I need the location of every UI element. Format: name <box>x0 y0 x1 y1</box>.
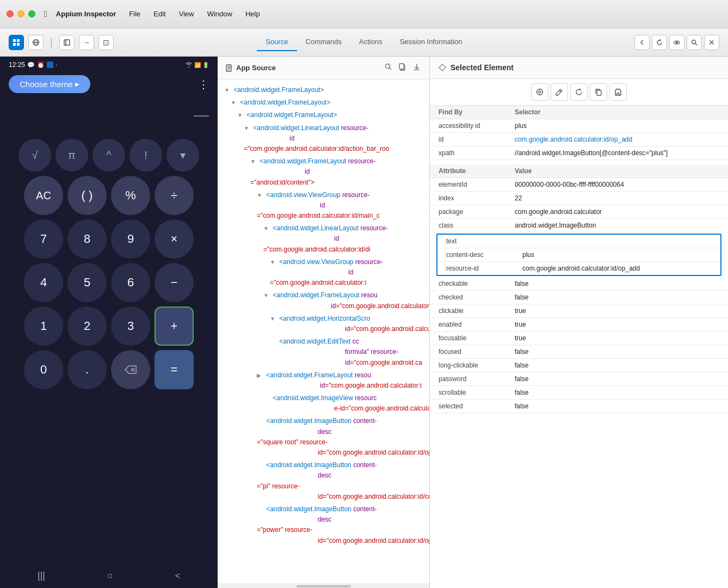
plus-button[interactable]: + <box>155 307 194 346</box>
tree-item[interactable]: ▼ <android.widget.LinearLayout resource-… <box>218 222 429 256</box>
menu-view[interactable]: View <box>177 9 196 19</box>
back-icon-btn[interactable] <box>634 35 650 50</box>
search-source-icon[interactable] <box>384 62 393 74</box>
choose-theme-button[interactable]: Choose theme <box>9 75 90 93</box>
ac-button[interactable]: AC <box>24 176 63 215</box>
eye-icon-btn[interactable] <box>669 35 684 50</box>
properties-scroll[interactable]: Find By Selector accessibility id plus i… <box>430 106 728 588</box>
nine-button[interactable]: 9 <box>111 219 150 259</box>
menu-help[interactable]: Help <box>243 9 262 19</box>
calc-row-4: 1 2 3 + <box>4 307 213 346</box>
inspector-icon-btn[interactable] <box>59 35 75 50</box>
sqrt-button[interactable]: √ <box>18 139 51 171</box>
dot-button[interactable]: . <box>67 350 107 389</box>
more-button[interactable]: ▾ <box>166 139 199 171</box>
source-tree: ▼ <android.widget.FrameLayout> ▼ <androi… <box>218 79 429 584</box>
svg-rect-1 <box>17 39 20 42</box>
copy-source-icon[interactable] <box>398 62 408 74</box>
tree-item[interactable]: ▼ <android.widget.ImageButton content-de… <box>218 503 429 547</box>
five-button[interactable]: 5 <box>67 263 107 302</box>
scrollbar-thumb[interactable] <box>297 585 351 587</box>
rotate-icon-btn[interactable] <box>570 83 588 101</box>
tree-item[interactable]: ▼ <android.widget.FrameLayout> <box>218 109 429 121</box>
tree-item[interactable]: ▼ <android.widget.FrameLayout> <box>218 96 429 109</box>
tab-commands[interactable]: Commands <box>297 33 350 51</box>
tree-toggle[interactable]: ▼ <box>270 258 277 267</box>
eight-button[interactable]: 8 <box>67 219 107 259</box>
tree-toggle[interactable]: ▼ <box>244 124 251 133</box>
download-source-icon[interactable] <box>412 62 422 74</box>
tree-toggle[interactable]: ▼ <box>224 86 232 95</box>
six-button[interactable]: 6 <box>111 263 150 302</box>
paren-button[interactable]: ( ) <box>67 176 107 215</box>
tree-item[interactable]: ▼ <android.widget.ImageButton content-de… <box>218 415 429 459</box>
subtract-button[interactable]: − <box>155 263 194 302</box>
zero-button[interactable]: 0 <box>24 350 63 389</box>
more-options-icon[interactable]: ⋮ <box>198 78 209 91</box>
tree-toggle[interactable]: ▼ <box>263 224 271 233</box>
menu-file[interactable]: File <box>127 9 143 19</box>
refresh-icon-btn[interactable] <box>652 35 667 50</box>
edit-icon-btn[interactable] <box>551 83 568 101</box>
four-button[interactable]: 4 <box>24 263 63 302</box>
tree-toggle[interactable]: ▼ <box>257 191 264 200</box>
find-by-label: Find By <box>439 108 515 116</box>
pi-button[interactable]: π <box>55 139 88 171</box>
tree-item[interactable]: ▼ <android.view.ViewGroup resource-id="c… <box>218 189 429 223</box>
close-icon-btn[interactable]: ✕ <box>704 35 719 50</box>
tree-toggle-leaf: ▼ <box>263 394 271 403</box>
copy-icon-btn[interactable] <box>590 83 607 101</box>
divide-button[interactable]: ÷ <box>155 176 194 215</box>
tree-item[interactable]: ▶ <android.widget.FrameLayout resou id="… <box>218 369 429 392</box>
tree-item[interactable]: ▼ <android.widget.FrameLayout resou id="… <box>218 289 429 312</box>
nav-back-icon[interactable]: < <box>175 571 180 581</box>
tab-source[interactable]: Source <box>257 33 297 51</box>
tree-item[interactable]: ▼ <android.widget.LinearLayout resource-… <box>218 122 429 156</box>
grid-icon-btn[interactable] <box>9 35 24 50</box>
tree-toggle[interactable]: ▼ <box>250 157 258 166</box>
tree-item[interactable]: ▼ <android.widget.FrameLayout> <box>218 84 429 96</box>
tree-item[interactable]: ▼ <android.widget.ImageView resourc e-id… <box>218 392 429 415</box>
nav-home-icon[interactable]: ○ <box>107 570 113 581</box>
three-button[interactable]: 3 <box>111 307 150 346</box>
globe-icon-btn[interactable] <box>28 35 44 50</box>
search-icon-btn[interactable] <box>687 35 702 50</box>
document-icon <box>225 64 233 72</box>
minimize-button[interactable] <box>17 10 24 17</box>
tree-item[interactable]: ▼ <android.view.ViewGroup resource-id="c… <box>218 256 429 290</box>
tree-toggle[interactable]: ▶ <box>257 371 264 380</box>
tree-item[interactable]: ▼ <android.widget.HorizontalScro id="com… <box>218 313 429 335</box>
tree-toggle-leaf: ▼ <box>257 417 264 426</box>
percent-button[interactable]: % <box>111 176 150 215</box>
one-button[interactable]: 1 <box>24 307 63 346</box>
tree-item[interactable]: ▼ <android.widget.ImageButton content-de… <box>218 459 429 503</box>
multiply-button[interactable]: × <box>155 219 194 259</box>
arrow-icon-btn[interactable]: → <box>79 35 94 50</box>
tree-toggle[interactable]: ▼ <box>270 315 277 323</box>
tree-item[interactable]: ▼ <android.widget.FrameLayout resource-i… <box>218 155 429 189</box>
tree-item[interactable]: ▼ <android.widget.EditText cc formula" r… <box>218 335 429 369</box>
menu-edit[interactable]: Edit <box>151 9 168 19</box>
power-button[interactable]: ^ <box>92 139 125 171</box>
prop-id: id com.google.android.calculator:id/op_a… <box>430 133 728 146</box>
tab-session-info[interactable]: Session Information <box>391 33 471 51</box>
apple-icon:  <box>44 9 47 19</box>
equals-button[interactable]: = <box>155 350 194 389</box>
tree-toggle[interactable]: ▼ <box>231 99 238 107</box>
expand-icon-btn[interactable]: ⊡ <box>98 35 114 50</box>
backspace-button[interactable] <box>111 350 150 389</box>
close-elem-icon-btn[interactable] <box>609 83 627 101</box>
app-name[interactable]: Appium Inspector <box>54 9 119 19</box>
two-button[interactable]: 2 <box>67 307 107 346</box>
menu-window[interactable]: Window <box>205 9 235 19</box>
tree-toggle[interactable]: ▼ <box>237 111 245 120</box>
tab-actions[interactable]: Actions <box>350 33 391 51</box>
tree-toggle[interactable]: ▼ <box>263 291 271 300</box>
seven-button[interactable]: 7 <box>24 219 63 259</box>
target-icon-btn[interactable] <box>531 83 548 101</box>
maximize-button[interactable] <box>28 10 35 17</box>
factorial-button[interactable]: ! <box>129 139 162 171</box>
close-button[interactable] <box>7 10 14 17</box>
source-scrollbar[interactable] <box>218 584 429 588</box>
nav-recent-icon[interactable]: ||| <box>38 570 45 581</box>
